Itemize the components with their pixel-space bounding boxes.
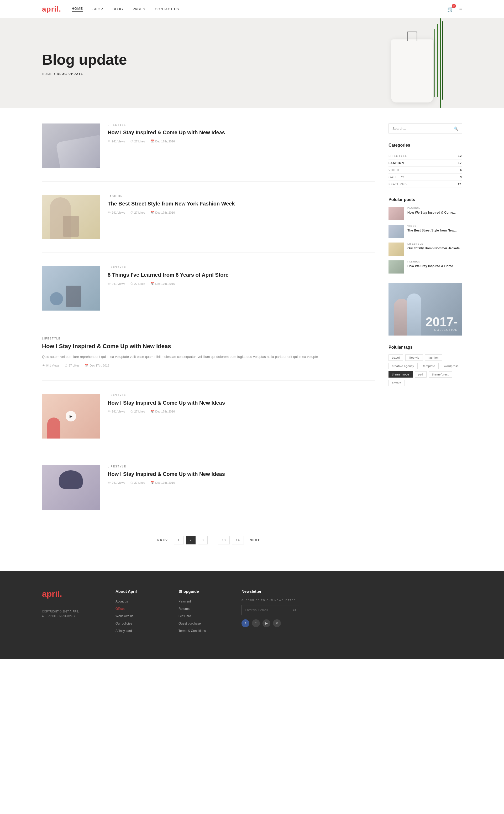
popular-post-4[interactable]: FASHION How We Stay Inspired & Come... xyxy=(389,261,462,274)
tag-themeforest[interactable]: themeforest xyxy=(429,371,452,378)
post-card-2: FASHION The Best Street Style from New Y… xyxy=(42,195,375,253)
featured-views: 👁 941 Views xyxy=(42,364,60,367)
post-thumbnail-2[interactable] xyxy=(42,195,100,240)
tag-creative-agency[interactable]: creative agency xyxy=(389,363,418,369)
popular-info-2: VIDEO The Best Street Style from New... xyxy=(407,225,457,233)
page-ellipsis: ... xyxy=(210,536,216,544)
svg-rect-1 xyxy=(437,24,438,97)
footer-logo[interactable]: april. xyxy=(42,589,95,599)
breadcrumb-home[interactable]: HOME xyxy=(42,72,53,75)
post-category-4: LIFESTYLE xyxy=(108,394,375,397)
footer-link-terms[interactable]: Terms & Conditions xyxy=(179,628,221,633)
post-thumbnail-5[interactable] xyxy=(42,465,100,510)
page-13-button[interactable]: 13 xyxy=(218,536,230,544)
featured-post: LIFESTYLE How I Stay Inspired & Come Up … xyxy=(42,337,375,381)
calendar-icon: 📅 xyxy=(150,481,154,484)
category-lifestyle[interactable]: LIFESTYLE 12 xyxy=(389,152,462,159)
promo-year: 2017- xyxy=(426,316,458,328)
footer-about-title: About April xyxy=(115,589,157,593)
nav-shop[interactable]: SHOP xyxy=(92,7,103,11)
post-thumbnail-1[interactable] xyxy=(42,123,100,168)
next-button[interactable]: NEXT xyxy=(246,536,264,544)
post-title-1[interactable]: How I Stay Inspired & Come Up with New I… xyxy=(108,129,375,136)
facebook-icon[interactable]: f xyxy=(241,619,249,627)
post-title-2[interactable]: The Best Street Style from New York Fash… xyxy=(108,200,375,207)
page-2-button[interactable]: 2 xyxy=(186,536,196,544)
post-title-3[interactable]: 8 Things I've Learned from 8 Years of Ap… xyxy=(108,272,375,278)
page-14-button[interactable]: 14 xyxy=(232,536,244,544)
promo-banner[interactable]: 2017- COLLECTION xyxy=(389,283,462,336)
footer-brand: april. COPYRIGHT © 2017 A-PRIL ALL RIGHT… xyxy=(42,589,95,636)
popular-post-3[interactable]: LIFESTYLE Our Totally Bomb Bommer Jacket… xyxy=(389,243,462,256)
tag-psd[interactable]: psd xyxy=(415,371,427,378)
newsletter-title: Newsletter xyxy=(241,589,299,593)
posts-column: LIFESTYLE How I Stay Inspired & Come Up … xyxy=(42,123,375,555)
logo-text: april xyxy=(42,5,59,13)
category-video[interactable]: VIDEO 6 xyxy=(389,166,462,174)
footer-link-work[interactable]: Work with us xyxy=(115,614,157,618)
footer-link-payment[interactable]: Payment xyxy=(179,599,221,603)
tag-fashion[interactable]: fashion xyxy=(425,354,442,361)
nav-home[interactable]: HOME xyxy=(72,7,83,12)
post-thumbnail-3[interactable] xyxy=(42,266,100,311)
post-category-1: LIFESTYLE xyxy=(108,123,375,126)
search-input[interactable] xyxy=(389,124,450,133)
popular-thumb-1 xyxy=(389,207,404,220)
footer-link-policies[interactable]: Our policies xyxy=(115,621,157,626)
post-title-4[interactable]: How I Stay Inspired & Come Up with New I… xyxy=(108,399,375,406)
hamburger-menu[interactable]: ≡ xyxy=(459,6,462,12)
featured-title[interactable]: How I Stay Inspired & Come Up with New I… xyxy=(42,343,375,350)
footer-link-guest[interactable]: Guest purchase xyxy=(179,621,221,626)
footer-link-offices[interactable]: Offices xyxy=(115,606,157,611)
tag-envato[interactable]: envato xyxy=(389,380,405,386)
post-category-5: LIFESTYLE xyxy=(108,465,375,468)
page-1-button[interactable]: 1 xyxy=(174,536,184,544)
newsletter-email-input[interactable] xyxy=(242,605,290,615)
cart-button[interactable]: 🛒 2 xyxy=(447,6,454,12)
nav-blog[interactable]: BLOG xyxy=(113,7,123,11)
footer-link-about[interactable]: About us xyxy=(115,599,157,603)
share-icon: ⬡ xyxy=(130,139,133,143)
newsletter-submit-button[interactable]: ✉ xyxy=(290,605,299,615)
share-icon: ⬡ xyxy=(130,211,133,214)
twitter-icon[interactable]: t xyxy=(252,619,260,627)
breadcrumb-current: BLOG UPDATE xyxy=(57,72,83,75)
post-title-5[interactable]: How I Stay Inspired & Come Up with New I… xyxy=(108,471,375,477)
nav-contact[interactable]: CONTACT US xyxy=(155,7,179,11)
tag-theme-move[interactable]: theme move xyxy=(389,371,413,378)
category-gallery[interactable]: GALLERY 9 xyxy=(389,174,462,181)
nav-pages[interactable]: PAGES xyxy=(133,7,145,11)
post-date-2: 📅 Dec 17th, 2016 xyxy=(150,211,175,214)
tag-lifestyle[interactable]: lifestyle xyxy=(405,354,423,361)
share-icon: ⬡ xyxy=(130,481,133,484)
prev-button[interactable]: PREV xyxy=(154,536,172,544)
footer-link-returns[interactable]: Returns xyxy=(179,606,221,611)
post-views-2: 👁 941 Views xyxy=(108,211,125,214)
vimeo-icon[interactable]: v xyxy=(273,619,281,627)
post-views-3: 👁 941 Views xyxy=(108,282,125,285)
play-button[interactable]: ▶ xyxy=(66,411,76,421)
post-thumbnail-4[interactable]: ▶ xyxy=(42,394,100,439)
category-featured[interactable]: FEATURED 21 xyxy=(389,181,462,188)
page-3-button[interactable]: 3 xyxy=(198,536,208,544)
post-meta-4: 👁 941 Views ⬡ 27 Likes 📅 Dec 17th, 2016 xyxy=(108,410,375,413)
popular-post-1[interactable]: FASHION How We Stay Inspired & Come... xyxy=(389,207,462,220)
tag-template[interactable]: template xyxy=(420,363,439,369)
post-body-2: FASHION The Best Street Style from New Y… xyxy=(108,195,375,240)
youtube-icon[interactable]: ▶ xyxy=(263,619,270,627)
svg-rect-2 xyxy=(442,21,443,100)
popular-post-2[interactable]: VIDEO The Best Street Style from New... xyxy=(389,225,462,238)
search-button[interactable]: 🔍 xyxy=(450,124,462,133)
calendar-icon: 📅 xyxy=(150,139,154,143)
footer-link-affinity[interactable]: Affinity card xyxy=(115,628,157,633)
footer-copyright: COPYRIGHT © 2017 A-PRIL ALL RIGHTS RESER… xyxy=(42,609,95,619)
calendar-icon: 📅 xyxy=(150,410,154,413)
site-logo[interactable]: april. xyxy=(42,5,61,13)
product-circle xyxy=(50,292,63,305)
footer-link-giftcard[interactable]: Gift Card xyxy=(179,614,221,618)
tag-wordpress[interactable]: wordpress xyxy=(441,363,462,369)
category-list: LIFESTYLE 12 FASHION 17 VIDEO 6 GALLERY … xyxy=(389,152,462,188)
tag-travel[interactable]: travel xyxy=(389,354,403,361)
category-fashion[interactable]: FASHION 17 xyxy=(389,159,462,166)
header-left: april. HOME SHOP BLOG PAGES CONTACT US xyxy=(42,5,179,13)
